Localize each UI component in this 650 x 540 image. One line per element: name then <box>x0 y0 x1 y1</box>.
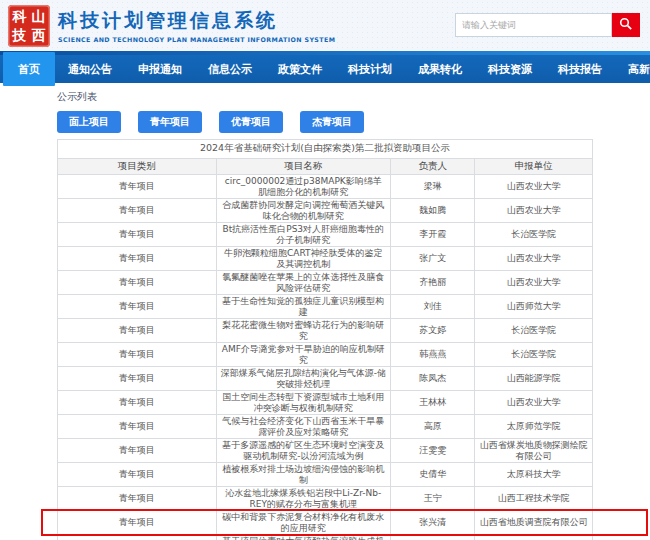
column-header-unit: 申报单位 <box>474 159 591 174</box>
cell-category: 青年项目 <box>58 199 216 222</box>
table-row[interactable]: 青年项目 碳中和背景下赤泥复合材料净化有机废水的应用研究 张兴清 山西省地质调查… <box>58 511 592 535</box>
cell-category: 青年项目 <box>58 391 216 414</box>
nav-item[interactable]: 科技资源 <box>475 55 545 83</box>
cell-leader: 张兴清 <box>390 511 474 534</box>
cell-category: 青年项目 <box>58 511 216 534</box>
cell-leader: 苏文婷 <box>390 319 474 342</box>
cell-category: 青年项目 <box>58 271 216 294</box>
table-row[interactable]: 青年项目 circ_0000002通过p38MAPK影响绵羊肌细胞分化的机制研究… <box>58 175 592 199</box>
nav-item[interactable]: 信息公示 <box>195 55 265 83</box>
cell-category: 青年项目 <box>58 487 216 510</box>
table-row[interactable]: 青年项目 植被根系对排土场边坡细沟侵蚀的影响机制 史倩华 太原科技大学 <box>58 463 592 487</box>
nav-item[interactable]: 申报通知 <box>125 55 195 83</box>
search-bar <box>455 13 640 37</box>
nav-item-label: 成果转化 <box>418 62 462 77</box>
table-title: 2024年省基础研究计划(自由探索类)第二批拟资助项目公示 <box>58 140 592 159</box>
cell-project-name: 基于硫同位素对大气硫酸盐气溶胶生成机制的研究 <box>216 535 391 540</box>
cell-leader: 陈凤杰 <box>390 367 474 390</box>
table-row[interactable]: 青年项目 基于硫同位素对大气硫酸盐气溶胶生成机制的研究 徐扬 太原科技大学 <box>58 535 592 540</box>
cell-category: 青年项目 <box>58 463 216 486</box>
cell-unit: 山西能源学院 <box>474 367 591 390</box>
cell-project-name: Bt抗癌活性蛋白PS3对人肝癌细胞毒性的分子机制研究 <box>216 223 391 246</box>
shanxi-science-seal-logo: 科 山 技 西 <box>8 5 50 47</box>
cell-unit: 山西农业大学 <box>474 391 591 414</box>
cell-project-name: AMF介导潞党参对干旱胁迫的响应机制研究 <box>216 343 391 366</box>
filter-buttons: 面上项目 青年项目 优青项目 杰青项目 <box>57 111 650 133</box>
column-header-name: 项目名称 <box>216 159 391 174</box>
search-input[interactable] <box>455 13 612 37</box>
cell-leader: 梁琳 <box>390 175 474 198</box>
filter-button[interactable]: 青年项目 <box>138 111 202 133</box>
brand: 科技计划管理信息系统 SCIENCE AND TECHNOLOGY PLAN M… <box>58 8 335 43</box>
table-row[interactable]: 青年项目 Bt抗癌活性蛋白PS3对人肝癌细胞毒性的分子机制研究 李开霞 长治医学… <box>58 223 592 247</box>
site-title: 科技计划管理信息系统 <box>58 8 335 34</box>
cell-category: 青年项目 <box>58 319 216 342</box>
cell-category: 青年项目 <box>58 439 216 462</box>
cell-category: 青年项目 <box>58 223 216 246</box>
filter-button[interactable]: 面上项目 <box>57 111 121 133</box>
table-row[interactable]: 青年项目 合成菌群协同发酵定向调控葡萄酒关键风味化合物的机制研究 魏如腾 山西农… <box>58 199 592 223</box>
cell-category: 青年项目 <box>58 295 216 318</box>
table-row[interactable]: 青年项目 深部煤系气储层孔隙结构演化与气体源-储突破排烃机理 陈凤杰 山西能源学… <box>58 367 592 391</box>
cell-unit: 山西农业大学 <box>474 175 591 198</box>
nav-item[interactable]: 科技报告 <box>545 55 615 83</box>
cell-project-name: 气候与社会经济变化下山西省玉米干旱暴露评价及应对策略研究 <box>216 415 391 438</box>
nav-item-label: 科技资源 <box>488 62 532 77</box>
logo-char: 技 <box>13 27 27 44</box>
column-header-leader: 负责人 <box>390 159 474 174</box>
filter-button-label: 优青项目 <box>231 116 271 127</box>
nav-item-label: 信息公示 <box>208 62 252 77</box>
cell-category: 青年项目 <box>58 535 216 540</box>
cell-leader: 高原 <box>390 415 474 438</box>
cell-category: 青年项目 <box>58 247 216 270</box>
cell-unit: 长治医学院 <box>474 319 591 342</box>
cell-unit: 长治医学院 <box>474 223 591 246</box>
table-row[interactable]: 青年项目 气候与社会经济变化下山西省玉米干旱暴露评价及应对策略研究 高原 太原师… <box>58 415 592 439</box>
cell-leader: 张广文 <box>390 247 474 270</box>
cell-project-name: 氯氟醚菌唑在苹果上的立体选择性及膳食风险评估研究 <box>216 271 391 294</box>
nav-item-label: 通知公告 <box>68 62 112 77</box>
column-header-category: 项目类别 <box>58 159 216 174</box>
cell-unit: 山西工程技术学院 <box>474 487 591 510</box>
logo-char: 西 <box>32 27 46 44</box>
cell-project-name: 合成菌群协同发酵定向调控葡萄酒关键风味化合物的机制研究 <box>216 199 391 222</box>
cell-unit: 山西省煤炭地质物探测绘院有限公司 <box>474 439 591 462</box>
nav-item[interactable]: 政策文件 <box>265 55 335 83</box>
cell-project-name: 植被根系对排土场边坡细沟侵蚀的影响机制 <box>216 463 391 486</box>
nav-item[interactable]: 通知公告 <box>55 55 125 83</box>
table-row[interactable]: 青年项目 基于多源遥感的矿区生态环境时空演变及驱动机制研究-以汾河流域为例 汪雯… <box>58 439 592 463</box>
nav-item[interactable]: 成果转化 <box>405 55 475 83</box>
table-row[interactable]: 青年项目 国土空间生态转型下资源型城市土地利用冲突诊断与权衡机制研究 王林林 山… <box>58 391 592 415</box>
cell-leader: 韩燕燕 <box>390 343 474 366</box>
table-body: 青年项目 circ_0000002通过p38MAPK影响绵羊肌细胞分化的机制研究… <box>58 175 592 540</box>
cell-project-name: 碳中和背景下赤泥复合材料净化有机废水的应用研究 <box>216 511 391 534</box>
cell-project-name: 基于生命性知觉的孤独症儿童识别模型构建 <box>216 295 391 318</box>
cell-unit: 山西农业大学 <box>474 199 591 222</box>
nav-item[interactable]: 科技计划 <box>335 55 405 83</box>
page: 科 山 技 西 科技计划管理信息系统 SCIENCE AND TECHNOLOG… <box>0 0 650 540</box>
table-row[interactable]: 青年项目 梨花花蜜微生物对蜜蜂访花行为的影响研究 苏文婷 长治医学院 <box>58 319 592 343</box>
table-row[interactable]: 青年项目 牛卵泡颗粒细胞CART神经肽受体的鉴定及其调控机制 张广文 山西农业大… <box>58 247 592 271</box>
cell-leader: 李开霞 <box>390 223 474 246</box>
cell-project-name: 梨花花蜜微生物对蜜蜂访花行为的影响研究 <box>216 319 391 342</box>
cell-leader: 徐扬 <box>390 535 474 540</box>
table-row[interactable]: 青年项目 AMF介导潞党参对干旱胁迫的响应机制研究 韩燕燕 长治医学院 <box>58 343 592 367</box>
cell-leader: 史倩华 <box>390 463 474 486</box>
filter-button[interactable]: 杰青项目 <box>300 111 364 133</box>
filter-button-label: 面上项目 <box>69 116 109 127</box>
cell-project-name: 沁水盆地北缘煤系铁铝岩段中Li-Zr-Nb-REY的赋存分布与富集机理 <box>216 487 391 510</box>
cell-leader: 王林林 <box>390 391 474 414</box>
nav-item[interactable]: 高新企业 <box>615 55 650 83</box>
filter-button-label: 青年项目 <box>150 116 190 127</box>
table-row[interactable]: 青年项目 基于生命性知觉的孤独症儿童识别模型构建 刘佳 山西师范大学 <box>58 295 592 319</box>
table-row[interactable]: 青年项目 沁水盆地北缘煤系铁铝岩段中Li-Zr-Nb-REY的赋存分布与富集机理… <box>58 487 592 511</box>
filter-button[interactable]: 优青项目 <box>219 111 283 133</box>
nav-item-label: 政策文件 <box>278 62 322 77</box>
header: 科 山 技 西 科技计划管理信息系统 SCIENCE AND TECHNOLOG… <box>0 0 650 51</box>
cell-leader: 汪雯雯 <box>390 439 474 462</box>
cell-unit: 长治医学院 <box>474 343 591 366</box>
cell-leader: 齐艳丽 <box>390 271 474 294</box>
table-row[interactable]: 青年项目 氯氟醚菌唑在苹果上的立体选择性及膳食风险评估研究 齐艳丽 山西农业大学 <box>58 271 592 295</box>
search-button[interactable] <box>612 13 640 37</box>
nav-item[interactable]: 首页 <box>3 52 55 86</box>
